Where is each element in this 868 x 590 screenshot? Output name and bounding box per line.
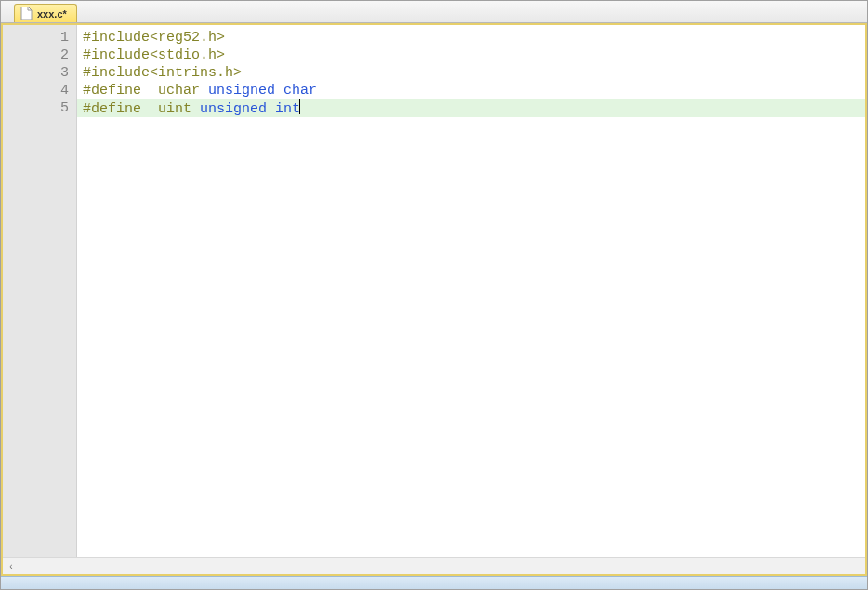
- line-number: 1: [3, 29, 69, 46]
- scroll-track[interactable]: [20, 558, 865, 575]
- tab-bar: xxx.c*: [1, 1, 867, 23]
- text-caret: [299, 99, 300, 114]
- file-tab-title: xxx.c*: [37, 8, 67, 20]
- line-number: 2: [3, 46, 69, 64]
- line-number: 4: [3, 82, 69, 99]
- scroll-left-button[interactable]: ‹: [3, 558, 20, 575]
- code-area[interactable]: #include<reg52.h>#include<stdio.h>#inclu…: [77, 25, 865, 557]
- code-line[interactable]: #include<intrins.h>: [83, 64, 865, 82]
- editor-body: 12345 #include<reg52.h>#include<stdio.h>…: [3, 25, 865, 557]
- line-number: 3: [3, 64, 69, 82]
- file-icon: [20, 7, 33, 20]
- editor-pane: 12345 #include<reg52.h>#include<stdio.h>…: [1, 23, 867, 576]
- file-tab[interactable]: xxx.c*: [14, 4, 77, 22]
- status-bar: [1, 576, 867, 589]
- code-line[interactable]: #include<stdio.h>: [83, 46, 865, 64]
- code-line[interactable]: #define uint unsigned int: [77, 99, 865, 117]
- code-line[interactable]: #define uchar unsigned char: [83, 82, 865, 99]
- line-number-gutter: 12345: [3, 25, 77, 557]
- editor-window: xxx.c* 12345 #include<reg52.h>#include<s…: [0, 0, 868, 590]
- line-number: 5: [3, 99, 69, 117]
- code-line[interactable]: #include<reg52.h>: [83, 29, 865, 46]
- horizontal-scrollbar[interactable]: ‹: [3, 557, 865, 574]
